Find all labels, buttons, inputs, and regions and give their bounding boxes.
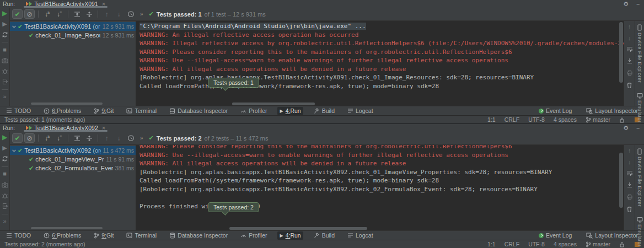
console-vertical-scrollbar[interactable] <box>619 22 623 83</box>
hide-stripe-icon[interactable]: » <box>1 94 9 100</box>
soft-wrap-icon[interactable] <box>626 170 633 177</box>
caret-position[interactable]: 1:1 <box>487 241 496 247</box>
toolwindow-database-inspector[interactable]: Database Inspector <box>167 107 230 115</box>
sort-alphabetically-button[interactable]: ↓a <box>42 9 52 19</box>
toggle-auto-test-icon[interactable] <box>1 155 9 163</box>
device-file-explorer-button[interactable]: Device File Explorer <box>637 24 643 83</box>
tree-horizontal-scrollbar[interactable] <box>31 103 103 105</box>
previous-occurrence-button[interactable]: ↑ <box>101 9 112 19</box>
more-toolbar-icon[interactable]: » <box>140 135 143 141</box>
toggle-auto-test-icon[interactable] <box>1 31 9 38</box>
screenshot-button[interactable] <box>1 57 9 64</box>
toolwindow-terminal[interactable]: Terminal <box>124 231 159 240</box>
expand-all-button[interactable] <box>72 133 82 143</box>
test-history-button[interactable] <box>126 133 136 143</box>
toolwindow-profiler[interactable]: Profiler <box>238 231 269 240</box>
toolwindow-problems[interactable]: 6: Problems <box>41 231 83 240</box>
gear-icon[interactable]: ⚙ <box>623 1 629 8</box>
toolwindow-profiler[interactable]: Profiler <box>238 107 269 115</box>
show-passed-button[interactable]: ✔ <box>12 9 23 19</box>
toolwindow-todo[interactable]: TODO <box>4 231 33 240</box>
more-toolbar-icon[interactable]: » <box>140 11 143 17</box>
lock-icon[interactable] <box>619 117 625 123</box>
layout-inspector-button[interactable]: Layout Inspector <box>584 231 640 240</box>
test-tree-row-case[interactable]: ✔ check_01_Image_Resources 12 s 931 ms <box>10 31 136 40</box>
sort-by-duration-button[interactable]: ↓≡ <box>54 133 65 143</box>
sort-alphabetically-button[interactable]: ↓a <box>42 133 52 143</box>
lock-icon[interactable] <box>619 241 625 247</box>
event-log-button[interactable]: Event Log <box>536 231 574 240</box>
show-ignored-button[interactable]: ⊘ <box>24 9 35 19</box>
console-output[interactable]: WARNING: Please consider reporting this … <box>136 145 624 230</box>
collapse-all-button[interactable] <box>84 9 94 19</box>
toolwindow-build[interactable]: Build <box>312 107 337 115</box>
indent-setting[interactable]: 4 spaces <box>554 116 577 123</box>
line-ending[interactable]: CRLF <box>505 116 519 123</box>
test-tree-row-root[interactable]: ✔ TestB1BasicActivityX091 (org.aplas.t 1… <box>10 22 136 31</box>
clear-console-icon[interactable] <box>626 206 632 214</box>
show-ignored-button[interactable]: ⊘ <box>24 133 35 143</box>
console-horizontal-scrollbar[interactable] <box>229 227 367 230</box>
soft-wrap-icon[interactable] <box>626 46 633 53</box>
stop-button[interactable]: ■ <box>1 171 9 178</box>
sort-by-duration-button[interactable]: ↓≡ <box>54 9 65 19</box>
minimize-icon[interactable]: – <box>636 1 640 7</box>
toolwindow-terminal[interactable]: Terminal <box>124 107 159 115</box>
file-encoding[interactable]: UTF-8 <box>528 116 545 123</box>
scroll-to-end-icon[interactable] <box>626 58 633 65</box>
run-tab-x092[interactable]: TestB1BasicActivityX092 × <box>23 124 109 132</box>
down-arrow-icon[interactable]: ↓ <box>628 35 631 41</box>
git-branch-widget[interactable]: master <box>586 116 610 123</box>
file-encoding[interactable]: UTF-8 <box>528 241 545 247</box>
test-tree-row-case[interactable]: ✔ check_02_FormulaBox_Event 381 ms <box>10 164 136 172</box>
stop-button[interactable]: ■ <box>1 46 9 53</box>
event-log-button[interactable]: Event Log <box>536 107 574 115</box>
collapse-all-button[interactable] <box>84 133 94 143</box>
rerun-failed-tests-button[interactable]: ▶ <box>1 145 9 152</box>
run-tab-x091[interactable]: TestB1BasicActivityX091 × <box>23 0 109 8</box>
scroll-to-end-icon[interactable] <box>626 182 633 189</box>
down-arrow-icon[interactable]: ↓ <box>628 159 631 165</box>
gear-icon[interactable]: ⚙ <box>623 125 629 132</box>
next-occurrence-button[interactable]: ↓ <box>114 9 124 19</box>
console-output[interactable]: "C:\Program Files\Android\Android Studio… <box>136 21 624 106</box>
import-test-results-button[interactable] <box>1 78 9 85</box>
rerun-button[interactable]: ▶ <box>1 134 9 141</box>
git-branch-widget[interactable]: master <box>586 241 610 247</box>
toolwindow-git[interactable]: 9: Git <box>92 231 116 240</box>
screenshot-button[interactable] <box>1 181 9 188</box>
expand-all-button[interactable] <box>72 9 82 19</box>
show-passed-button[interactable]: ✔ <box>12 133 23 143</box>
rerun-button[interactable]: ▶ <box>1 10 9 17</box>
minimize-icon[interactable]: – <box>636 125 640 131</box>
next-occurrence-button[interactable]: ↓ <box>114 133 124 143</box>
console-vertical-scrollbar[interactable] <box>619 153 623 208</box>
console-horizontal-scrollbar[interactable] <box>232 103 315 105</box>
device-file-explorer-button[interactable]: Device File Explorer <box>637 148 643 207</box>
toolwindow-todo[interactable]: TODO <box>4 107 33 115</box>
caret-position[interactable]: 1:1 <box>487 116 496 123</box>
toolwindow-logcat[interactable]: Logcat <box>345 107 375 115</box>
toolwindow-git[interactable]: 9: Git <box>92 107 116 115</box>
up-arrow-icon[interactable]: ↑ <box>628 23 631 30</box>
toolwindow-problems[interactable]: 6: Problems <box>41 107 83 115</box>
toolwindow-build[interactable]: Build <box>312 231 337 240</box>
import-test-results-button[interactable] <box>1 203 9 210</box>
indent-setting[interactable]: 4 spaces <box>554 241 577 247</box>
toolwindow-logcat[interactable]: Logcat <box>345 231 375 240</box>
print-icon[interactable] <box>626 70 633 77</box>
print-icon[interactable] <box>626 194 633 201</box>
toolwindow-run[interactable]: ▶ 4: Run <box>277 107 303 115</box>
attach-debugger-icon[interactable] <box>1 68 9 74</box>
previous-occurrence-button[interactable]: ↑ <box>101 133 112 143</box>
clear-console-icon[interactable] <box>626 82 632 90</box>
up-arrow-icon[interactable]: ↑ <box>628 147 631 154</box>
test-tree-row-root[interactable]: ✔ TestB1BasicActivityX092 (org.aplas.t 1… <box>10 146 136 155</box>
tree-horizontal-scrollbar[interactable] <box>31 227 103 229</box>
hide-stripe-icon[interactable]: » <box>1 218 9 225</box>
layout-inspector-button[interactable]: Layout Inspector <box>584 107 640 115</box>
attach-debugger-icon[interactable] <box>1 192 9 200</box>
chevron-down-icon[interactable] <box>12 148 17 153</box>
line-ending[interactable]: CRLF <box>505 241 519 247</box>
rerun-failed-tests-button[interactable]: ▶ <box>1 20 9 27</box>
